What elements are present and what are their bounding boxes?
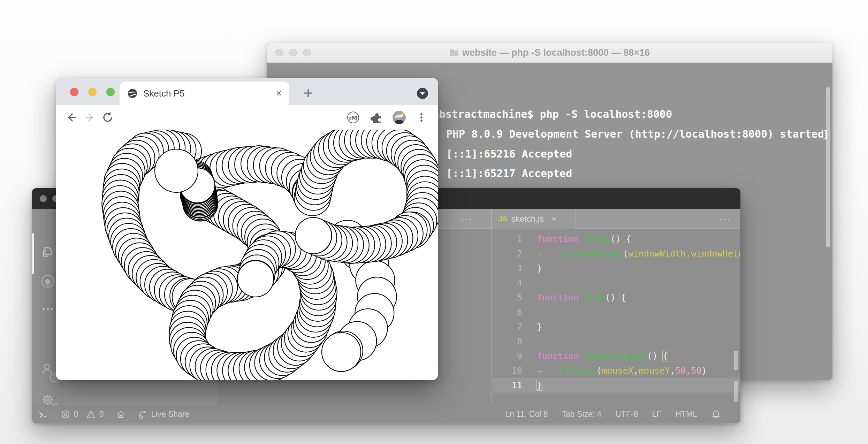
minimize-button[interactable] — [88, 88, 97, 96]
code-line: 7} — [492, 319, 740, 334]
tab-actions-right[interactable]: ··· — [719, 209, 731, 229]
code-line: 8 — [492, 334, 740, 349]
code-line: 10→ellipse(mouseX,mouseY,50,50) — [492, 363, 740, 378]
remarkable-extension-icon[interactable]: rM — [344, 108, 362, 127]
live-share-button[interactable]: Live Share — [137, 409, 190, 420]
cursor-position[interactable]: Ln 11, Col 8 — [505, 409, 548, 419]
extensions-puzzle-icon[interactable] — [368, 108, 386, 127]
warning-count: 0 — [99, 409, 104, 419]
chrome-toolbar: localhost:8000 rM — [56, 105, 438, 130]
tab-close-icon[interactable]: × — [551, 214, 556, 224]
home-button[interactable] — [116, 409, 125, 419]
code-line: 5function draw() { — [492, 290, 740, 305]
reload-button[interactable] — [99, 108, 117, 127]
language-mode[interactable]: HTML — [675, 409, 697, 419]
close-button[interactable] — [70, 88, 78, 96]
sketch-drawing — [56, 130, 438, 380]
chrome-tab-strip[interactable]: Sketch P5 × — [56, 78, 438, 105]
bell-icon[interactable] — [711, 409, 721, 419]
new-tab-button[interactable] — [300, 85, 316, 101]
encoding[interactable]: UTF-8 — [615, 409, 638, 419]
live-share-icon — [137, 409, 148, 420]
live-share-label: Live Share — [151, 409, 190, 419]
remote-indicator[interactable] — [38, 409, 49, 420]
code-line: 1function setup() { — [492, 231, 740, 246]
code-editor[interactable]: 1function setup() {2→createCanvas(window… — [492, 229, 740, 405]
forward-button[interactable] — [81, 108, 99, 127]
close-button[interactable] — [40, 195, 47, 202]
terminal-line: PHP 8.0.9 Development Server (http://loc… — [446, 128, 824, 143]
tab-actions-left[interactable]: ··· — [461, 209, 473, 229]
code-line: 4 — [492, 275, 740, 290]
javascript-file-icon: JS — [498, 215, 507, 223]
back-button[interactable] — [62, 108, 81, 127]
code-line: 6 — [492, 305, 740, 319]
p5-sketch-canvas[interactable] — [56, 130, 438, 380]
code-line: 9function mouseDragged() { — [492, 349, 740, 363]
zoom-button[interactable] — [106, 88, 115, 96]
terminal-line: [::1]:65217 Accepted — [446, 167, 572, 183]
kebab-menu-icon[interactable] — [412, 108, 431, 127]
tab-search-button[interactable] — [417, 87, 428, 101]
tab-title: Sketch P5 — [143, 88, 185, 99]
terminal-scrollbar[interactable] — [826, 87, 830, 247]
warning-icon — [86, 409, 96, 419]
globe-favicon — [127, 88, 138, 99]
desktop: website — php -S localhost:8000 — 88×16 … — [0, 0, 868, 444]
code-line: 2→createCanvas(windowWidth,windowHeight) — [492, 246, 740, 261]
tab-close-icon[interactable]: × — [276, 88, 282, 99]
svg-text:rM: rM — [349, 114, 357, 121]
code-line: 11} — [492, 378, 740, 392]
profile-avatar[interactable] — [390, 108, 408, 127]
tab-sketch-js[interactable]: JS sketch.js × — [492, 209, 576, 229]
error-count: 0 — [74, 409, 78, 419]
overview-ruler-mark — [734, 351, 738, 370]
terminal-title: website — php -S localhost:8000 — 88×16 — [267, 43, 832, 63]
status-bar: 0 0 Live Share Ln 11, Col 8 Tab Size: 4 … — [32, 405, 740, 423]
chrome-traffic-lights — [70, 88, 115, 96]
browser-tab[interactable]: Sketch P5 × — [120, 82, 289, 105]
error-icon — [61, 409, 70, 419]
chrome-window: Sketch P5 × loc — [56, 78, 438, 380]
eol-sequence[interactable]: LF — [652, 409, 662, 419]
code-line: 3} — [492, 261, 740, 275]
folder-icon — [450, 49, 459, 56]
terminal-line: [::1]:65216 Accepted — [446, 148, 572, 163]
terminal-titlebar[interactable]: website — php -S localhost:8000 — 88×16 — [267, 43, 832, 63]
problems-indicator[interactable]: 0 0 — [61, 409, 104, 419]
tab-label: sketch.js — [511, 214, 544, 224]
indentation[interactable]: Tab Size: 4 — [562, 409, 602, 419]
scrollbar-thumb[interactable] — [734, 381, 738, 401]
